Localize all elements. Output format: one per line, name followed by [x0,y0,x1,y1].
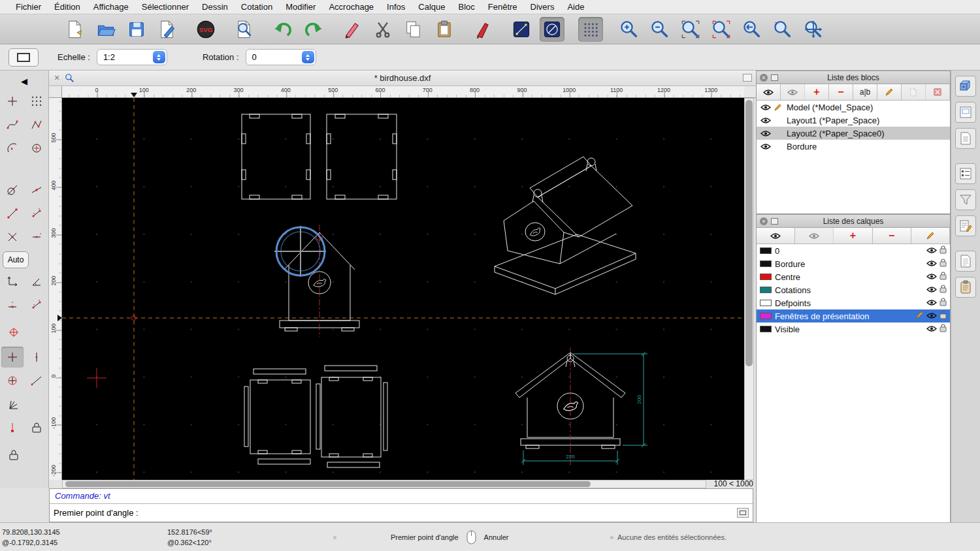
filter-icon[interactable] [955,189,976,210]
sheets-icon[interactable] [955,128,976,149]
layer-visibility-eye-icon[interactable] [926,311,937,321]
zoom-selection-icon[interactable] [709,17,734,42]
zoom-window-icon[interactable] [770,17,795,42]
menu-item[interactable]: Fichier [9,2,48,12]
menu-item[interactable]: Divers [524,2,561,12]
viewport-button[interactable] [8,48,39,67]
add-layer-button[interactable]: + [834,228,872,244]
scale-select[interactable]: 1:2 [97,49,167,65]
clipboard-panel-icon[interactable] [955,277,976,298]
layer-row[interactable]: Cotations [757,283,950,296]
block-visibility-eye-icon[interactable] [760,104,772,111]
snap-free-button[interactable] [1,91,24,112]
svg-export-icon[interactable]: SVG [193,17,218,42]
restrict-vertical-button[interactable] [25,347,48,368]
edit-block-button[interactable] [877,84,902,100]
snap-rays-button[interactable] [3,394,25,415]
ellipse-tool-icon[interactable] [540,17,564,42]
show-all-blocks-button[interactable] [757,84,781,100]
save-icon[interactable] [124,17,149,42]
block-row[interactable]: Bordure [757,140,950,153]
vertical-scrollbar[interactable] [744,98,754,480]
viewports-icon[interactable] [955,102,976,123]
remove-block-button[interactable]: − [829,84,853,100]
snap-on-entity-button[interactable] [25,180,48,200]
zoom-auto-icon[interactable] [678,17,703,42]
grid-toggle-icon[interactable] [578,17,603,42]
close-panel-icon[interactable]: × [760,217,768,225]
pen-icon[interactable] [340,17,365,42]
snap-reference-button[interactable] [3,322,25,343]
layer-row[interactable]: Fenêtres de présentation [757,309,950,323]
layer-lock-icon[interactable] [939,259,947,269]
edit-drawing-icon[interactable] [155,17,180,42]
zoom-out-icon[interactable] [647,17,672,42]
zoom-previous-icon[interactable] [740,17,764,42]
layer-row[interactable]: Bordure [757,257,950,270]
hide-all-layers-button[interactable] [795,228,834,244]
layer-list-icon[interactable] [955,215,976,236]
undo-icon[interactable] [270,17,295,42]
snap-angle-button[interactable] [25,271,48,292]
snap-coordinate-button[interactable] [1,347,24,368]
menu-item[interactable]: Aide [561,2,591,12]
block-visibility-eye-icon[interactable] [760,130,772,137]
block-row[interactable]: Layout1 (*Paper_Space) [757,114,950,127]
insert-block-button[interactable] [902,84,926,100]
rotation-select[interactable]: 0 [246,49,316,65]
library-browser-icon[interactable] [955,251,976,272]
add-block-button[interactable]: + [805,84,829,100]
block-row[interactable]: Layout2 (*Paper_Space0) [757,127,950,140]
lock-relative-zero-button[interactable] [25,417,48,438]
layer-lock-icon[interactable] [939,285,947,295]
stepper-icon[interactable] [302,51,314,63]
open-file-icon[interactable] [93,17,118,42]
layer-visibility-eye-icon[interactable] [926,324,937,334]
redo-icon[interactable] [301,17,326,42]
layer-lock-icon[interactable] [939,298,947,308]
snap-end-button[interactable] [1,203,24,224]
detach-panel-icon[interactable] [771,218,778,225]
menu-item[interactable]: Dessin [195,2,235,12]
detach-view-icon[interactable] [743,74,752,82]
layer-visibility-eye-icon[interactable] [926,285,937,295]
restrict-xy-button[interactable] [1,271,24,292]
drawing-canvas[interactable]: 220 200 [62,98,744,480]
set-relative-zero-button[interactable] [1,417,24,438]
menu-item[interactable]: Modifier [279,2,322,12]
menu-item[interactable]: Calque [412,2,451,12]
layer-lock-icon[interactable] [939,311,947,321]
menu-item[interactable]: Cotation [235,2,279,12]
snap-intersection-button[interactable] [1,227,24,247]
edit-layer-button[interactable] [911,228,950,244]
layer-lock-icon[interactable] [939,272,947,282]
menu-item[interactable]: Fenêtre [482,2,524,12]
scrollbar-thumb[interactable] [65,481,591,487]
snap-distance-button[interactable] [25,294,48,315]
snap-sequence-button[interactable] [25,203,48,224]
menu-item[interactable]: Sélectionner [135,2,195,12]
show-all-layers-button[interactable] [757,228,795,244]
rename-block-button[interactable]: a|b [853,84,877,100]
restrict-horizontal-button[interactable] [25,227,48,247]
delete-block-button[interactable] [926,84,950,100]
print-preview-icon[interactable] [232,17,257,42]
block-visibility-eye-icon[interactable] [760,143,772,150]
document-tab-title[interactable]: * birdhouse.dxf [49,73,756,83]
block-row[interactable]: Model (*Model_Space) [757,101,950,114]
layer-lock-icon[interactable] [939,324,947,334]
snap-center-button[interactable] [25,138,48,159]
back-button[interactable]: ◀ [1,74,47,88]
zoom-in-icon[interactable] [617,17,642,42]
close-panel-icon[interactable]: × [760,74,768,82]
layer-visibility-eye-icon[interactable] [926,246,937,256]
menu-item[interactable]: Bloc [451,2,481,12]
copy-icon[interactable] [401,17,426,42]
snap-auto-button[interactable]: Auto [3,251,29,268]
new-file-icon[interactable] [63,17,88,42]
hide-all-blocks-button[interactable] [781,84,805,100]
horizontal-scrollbar[interactable] [62,480,706,488]
command-options-button[interactable] [737,508,749,518]
snap-middle-button[interactable] [1,294,24,315]
snap-tangent-button[interactable] [1,180,24,200]
